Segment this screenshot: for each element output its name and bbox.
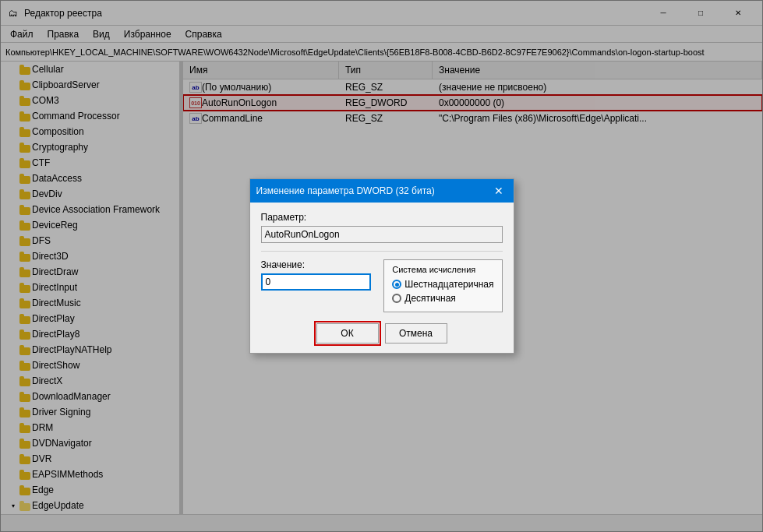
value-input[interactable] xyxy=(261,273,372,291)
modal-overlay: Изменение параметра DWORD (32 бита) ✕ Па… xyxy=(0,0,763,532)
cancel-button[interactable]: Отмена xyxy=(385,323,447,344)
radio-hex-circle xyxy=(392,280,401,289)
modal-divider xyxy=(261,251,503,252)
radio-dec-label: Десятичная xyxy=(404,293,456,304)
radio-dec[interactable]: Десятичная xyxy=(392,293,493,304)
modal-input-section: Значение: xyxy=(261,259,372,312)
radio-dec-circle xyxy=(392,294,401,303)
modal-title-bar: Изменение параметра DWORD (32 бита) ✕ xyxy=(250,179,514,203)
value-label: Значение: xyxy=(261,259,372,270)
param-value-text: AutoRunOnLogon xyxy=(265,229,340,240)
param-label: Параметр: xyxy=(261,212,503,223)
param-value-field: AutoRunOnLogon xyxy=(261,226,503,243)
radio-hex[interactable]: Шестнадцатеричная xyxy=(392,279,493,290)
modal-row: Значение: Система исчисления Шестнадцате… xyxy=(261,259,503,312)
modal-buttons: ОК Отмена xyxy=(261,320,503,344)
system-label: Система исчисления xyxy=(392,265,493,274)
modal-body: Параметр: AutoRunOnLogon Значение: Систе… xyxy=(250,203,514,353)
modal-close-button[interactable]: ✕ xyxy=(490,182,507,199)
modal-title: Изменение параметра DWORD (32 бита) xyxy=(256,185,490,196)
ok-button[interactable]: ОК xyxy=(316,323,379,344)
radio-hex-label: Шестнадцатеричная xyxy=(404,279,493,290)
modal-dialog: Изменение параметра DWORD (32 бита) ✕ Па… xyxy=(249,178,514,354)
modal-radio-section: Система исчисления Шестнадцатеричная Дес… xyxy=(383,259,502,312)
